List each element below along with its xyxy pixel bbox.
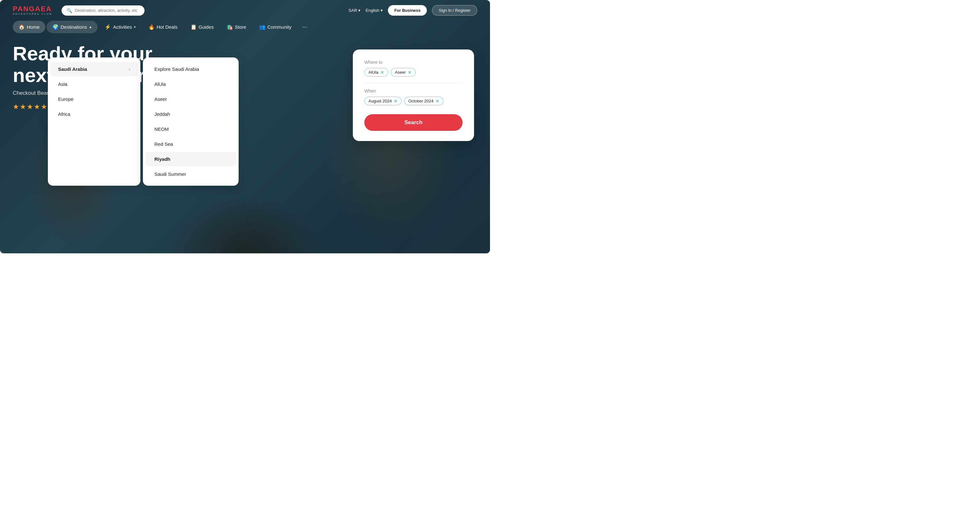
nav-item-store[interactable]: 🛍️ Store (221, 21, 252, 33)
nav-item-home-label: Home (27, 24, 40, 30)
tag-oct2024[interactable]: October 2024 ✕ (404, 97, 444, 105)
tag-oct2024-label: October 2024 (408, 99, 434, 104)
chevron-right-icon: › (129, 67, 130, 72)
place-explore-saudi[interactable]: Explore Saudi Arabia (145, 62, 236, 76)
region-africa-label: Africa (58, 112, 70, 117)
nav-item-destinations-label: Destinations (60, 24, 87, 30)
main-search-input[interactable] (75, 8, 139, 13)
main-search-bar[interactable]: 🔍 (62, 5, 145, 16)
where-tags: AlUla ✕ Aseer ✕ (364, 68, 463, 77)
place-aseer[interactable]: Aseer (145, 92, 236, 106)
for-business-button[interactable]: For Business (388, 5, 427, 16)
nav-item-home[interactable]: 🏠 Home (13, 21, 45, 33)
tag-alula[interactable]: AlUla ✕ (364, 68, 388, 77)
nav-item-hot-deals[interactable]: 🔥 Hot Deals (143, 21, 183, 33)
chevron-up-icon: ▲ (89, 25, 92, 29)
signin-button[interactable]: Sign In / Register (432, 5, 477, 16)
nav-item-hot-deals-label: Hot Deals (157, 24, 178, 30)
place-jeddah[interactable]: Jeddah (145, 107, 236, 121)
region-saudi-arabia[interactable]: Saudi Arabia › (50, 62, 138, 76)
regions-dropdown: Saudi Arabia › Asia Europe Africa (48, 57, 140, 186)
tag-aug2024[interactable]: August 2024 ✕ (364, 97, 402, 105)
place-aseer-label: Aseer (154, 96, 167, 102)
place-neom[interactable]: NEOM (145, 122, 236, 136)
place-alula[interactable]: AlUla (145, 77, 236, 91)
community-icon: 👥 (259, 24, 266, 30)
tag-aug2024-close[interactable]: ✕ (394, 99, 398, 104)
search-button[interactable]: Search (364, 114, 463, 131)
widget-divider (364, 83, 463, 83)
logo[interactable]: PANGAEA ADVENTURES CLUB (13, 5, 52, 15)
tag-alula-close[interactable]: ✕ (380, 70, 384, 75)
region-saudi-arabia-label: Saudi Arabia (58, 66, 87, 72)
place-alula-label: AlUla (154, 81, 166, 87)
destinations-icon: 🌍 (52, 24, 59, 30)
guides-icon: 📋 (191, 24, 197, 30)
chevron-down-icon: ▾ (358, 8, 361, 13)
region-africa[interactable]: Africa (50, 107, 138, 121)
place-riyadh[interactable]: Riyadh (145, 152, 236, 166)
nav-item-community-label: Community (267, 24, 291, 30)
place-saudi-summer-label: Saudi Summer (154, 171, 186, 177)
region-europe[interactable]: Europe (50, 92, 138, 106)
star-rating: ★★★★★ (13, 103, 48, 111)
tag-aug2024-label: August 2024 (369, 99, 392, 104)
chevron-down-icon: ▾ (134, 25, 135, 29)
region-asia-label: Asia (58, 81, 67, 87)
region-europe-label: Europe (58, 96, 73, 102)
tag-oct2024-close[interactable]: ✕ (436, 99, 439, 104)
nav-right: SAR ▾ English ▾ For Business Sign In / R… (349, 5, 477, 16)
destinations-dropdown: Saudi Arabia › Asia Europe Africa Explor… (48, 57, 239, 186)
hot-deals-icon: 🔥 (148, 24, 155, 30)
places-dropdown: Explore Saudi Arabia AlUla Aseer Jeddah … (143, 57, 239, 186)
main-nav: 🏠 Home 🌍 Destinations ▲ ⚡ Activities ▾ 🔥… (0, 21, 490, 33)
nav-item-guides[interactable]: 📋 Guides (185, 21, 220, 33)
navbar: PANGAEA ADVENTURES CLUB 🔍 SAR ▾ English … (0, 0, 490, 21)
place-red-sea-label: Red Sea (154, 141, 173, 147)
when-tags: August 2024 ✕ October 2024 ✕ (364, 97, 463, 105)
store-icon: 🛍️ (226, 24, 233, 30)
home-icon: 🏠 (19, 24, 25, 30)
nav-item-destinations[interactable]: 🌍 Destinations ▲ (46, 21, 98, 33)
nav-item-activities-label: Activities (113, 24, 132, 30)
tag-alula-label: AlUla (369, 70, 379, 75)
place-red-sea[interactable]: Red Sea (145, 137, 236, 151)
where-to-label: Where to (364, 60, 463, 65)
search-icon: 🔍 (67, 8, 72, 13)
search-widget: Where to AlUla ✕ Aseer ✕ When August 202… (353, 49, 474, 141)
tag-aseer-close[interactable]: ✕ (408, 70, 412, 75)
chevron-down-icon: ▾ (380, 8, 383, 13)
currency-selector[interactable]: SAR ▾ (349, 8, 361, 13)
when-label: When (364, 88, 463, 94)
nav-item-community[interactable]: 👥 Community (253, 21, 298, 33)
tag-aseer-label: Aseer (395, 70, 406, 75)
language-selector[interactable]: English ▾ (366, 8, 383, 13)
region-asia[interactable]: Asia (50, 77, 138, 91)
tag-aseer[interactable]: Aseer ✕ (391, 68, 416, 77)
more-button[interactable]: ··· (299, 21, 311, 33)
place-jeddah-label: Jeddah (154, 112, 170, 117)
logo-text: PANGAEA (13, 5, 52, 13)
nav-item-guides-label: Guides (199, 24, 214, 30)
place-saudi-summer[interactable]: Saudi Summer (145, 167, 236, 181)
activities-icon: ⚡ (105, 24, 111, 30)
place-riyadh-label: Riyadh (154, 156, 170, 162)
nav-item-store-label: Store (235, 24, 246, 30)
logo-sub: ADVENTURES CLUB (13, 13, 52, 15)
nav-item-activities[interactable]: ⚡ Activities ▾ (99, 21, 141, 33)
place-explore-saudi-label: Explore Saudi Arabia (154, 66, 199, 72)
place-neom-label: NEOM (154, 126, 169, 132)
